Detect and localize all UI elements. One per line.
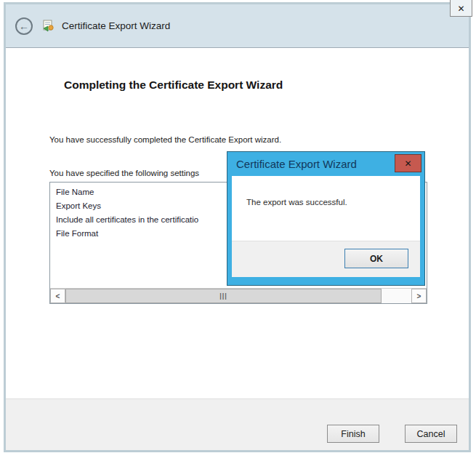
- dialog-body: The export was successful.: [232, 176, 420, 241]
- dialog-titlebar[interactable]: Certificate Export Wizard ✕: [227, 152, 424, 176]
- certificate-export-icon: [42, 20, 55, 32]
- export-success-dialog: Certificate Export Wizard ✕ The export w…: [227, 151, 425, 286]
- grip-icon: |||: [219, 292, 227, 300]
- cancel-button[interactable]: Cancel: [405, 425, 457, 443]
- scroll-right-button[interactable]: >: [411, 289, 427, 303]
- close-icon: ✕: [457, 4, 464, 14]
- screenshot-stage: ← Certificate Export Wizard ✕ Completing…: [0, 0, 476, 461]
- scrollbar-track[interactable]: [382, 289, 411, 303]
- intro-text: You have successfully completed the Cert…: [49, 135, 281, 144]
- certificate-export-wizard-window: ← Certificate Export Wizard ✕ Completing…: [4, 2, 471, 452]
- ok-button[interactable]: OK: [344, 249, 408, 268]
- page-title: Completing the Certificate Export Wizard: [64, 79, 283, 92]
- settings-label: You have specified the following setting…: [49, 169, 199, 177]
- scroll-left-button[interactable]: <: [50, 289, 65, 303]
- finish-button[interactable]: Finish: [327, 425, 379, 443]
- dialog-footer: OK: [232, 241, 420, 277]
- back-button[interactable]: ←: [15, 17, 33, 35]
- wizard-header: ← Certificate Export Wizard: [6, 4, 469, 48]
- scrollbar-thumb[interactable]: |||: [65, 289, 382, 303]
- chevron-right-icon: >: [417, 292, 421, 300]
- horizontal-scrollbar[interactable]: < ||| >: [50, 288, 427, 303]
- wizard-footer: Finish Cancel: [6, 398, 469, 450]
- dialog-close-button[interactable]: ✕: [395, 154, 421, 172]
- dialog-message: The export was successful.: [246, 198, 347, 207]
- window-title: Certificate Export Wizard: [62, 20, 170, 31]
- window-close-button[interactable]: ✕: [450, 0, 472, 17]
- back-arrow-icon: ←: [19, 21, 29, 31]
- close-icon: ✕: [404, 159, 411, 169]
- dialog-title: Certificate Export Wizard: [236, 158, 395, 170]
- chevron-left-icon: <: [56, 292, 60, 300]
